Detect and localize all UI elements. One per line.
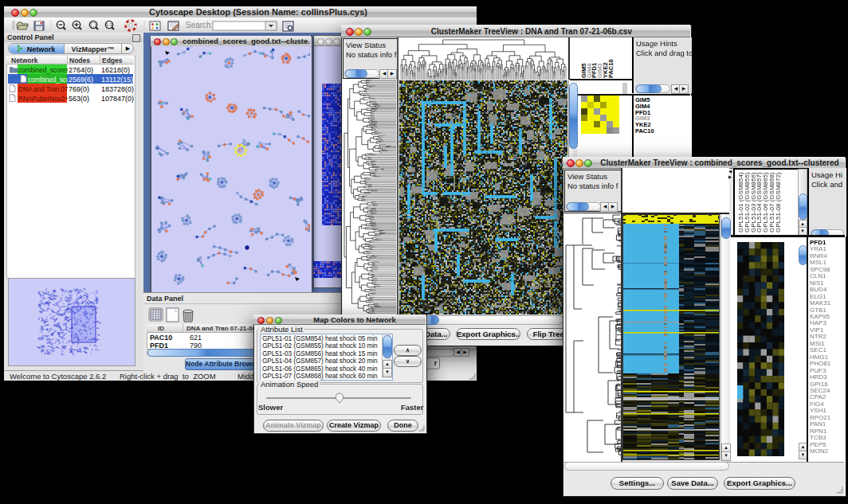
- svg-text:Search:: Search:: [186, 21, 213, 29]
- svg-text:1:1: 1:1: [106, 22, 113, 27]
